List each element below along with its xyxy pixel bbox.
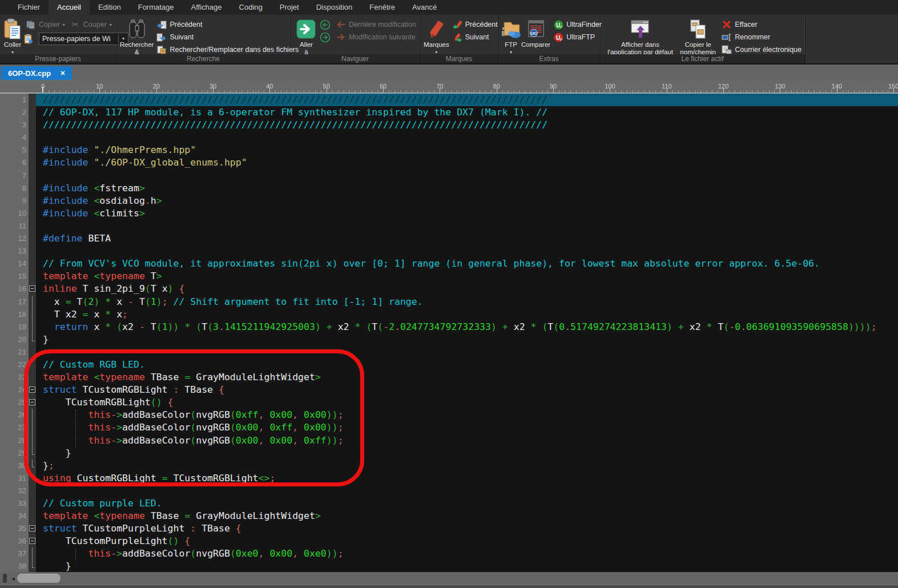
code-line-23[interactable]: 23template <typename TBase = GrayModuleL… (0, 371, 898, 384)
clear-button[interactable]: Effacer (719, 18, 804, 31)
code-line-37[interactable]: 37 this->addBaseColor(nvgRGB(0xe0, 0x00,… (0, 547, 898, 560)
fold-margin (29, 144, 36, 156)
file-tab[interactable]: 6OP-DX.cpp ✕ (1, 66, 72, 80)
nav-back-button[interactable] (320, 18, 331, 31)
code-line-20[interactable]: 20} (0, 333, 898, 346)
line-number: 23 (0, 371, 29, 384)
status-bar-edge (0, 585, 898, 588)
fold-marker[interactable] (29, 384, 36, 396)
bookmark-next-label: Suivant (465, 33, 489, 41)
code-line-6[interactable]: 6#include "./6OP-DX_global_enums.hpp" (0, 156, 898, 169)
ruler-tick (383, 88, 384, 92)
ultrafinder-button[interactable]: UF UltraFinder (550, 18, 604, 31)
code-line-29[interactable]: 29 } (0, 447, 898, 460)
scroll-thumb[interactable] (17, 574, 61, 583)
paste-button[interactable]: Coller ▾ (3, 17, 22, 55)
red-arrow-left-icon (335, 21, 347, 29)
code-line-27[interactable]: 27 this->addBaseColor(nvgRGB(0x00, 0xff,… (0, 421, 898, 434)
code-line-24[interactable]: 24struct TCustomRGBLight : TBase { (0, 384, 898, 396)
bookmark-prev-button[interactable]: Précédent (449, 18, 500, 31)
menu-item-Accueil[interactable]: Accueil (49, 0, 90, 15)
code-line-26[interactable]: 26 this->addBaseColor(nvgRGB(0xff, 0x00,… (0, 409, 898, 421)
scroll-left-icon[interactable]: ◂ (9, 573, 17, 583)
code-line-5[interactable]: 5#include "./OhmerPrems.hpp" (0, 144, 898, 156)
fold-marker[interactable] (29, 522, 36, 535)
clipboard-history-combo[interactable]: Presse-papiers de Wi ▾ (39, 33, 128, 45)
menu-item-Affichage[interactable]: Affichage (183, 0, 231, 15)
code-line-8[interactable]: 8#include <fstream> (0, 182, 898, 195)
menu-item-Avancé[interactable]: Avancé (404, 0, 445, 15)
code-line-4[interactable]: 4 (0, 131, 898, 144)
code-line-28[interactable]: 28 this->addBaseColor(nvgRGB(0x00, 0x00,… (0, 434, 898, 447)
menu-item-Fichier[interactable]: Fichier (9, 0, 49, 15)
cut-button[interactable]: ✂ Couper ▾ (67, 18, 114, 31)
ruler-tick (610, 88, 610, 92)
goto-button[interactable]: Allerà (294, 17, 319, 55)
bookmark-next-button[interactable]: Suivant (449, 31, 500, 43)
code-line-1[interactable]: 1///////////////////////////////////////… (0, 94, 898, 106)
line-number: 20 (0, 333, 29, 346)
nav-forward-button[interactable] (320, 31, 331, 43)
fold-marker[interactable] (29, 283, 36, 295)
ruler-tick (327, 88, 327, 92)
bookmarks-button[interactable]: Marques ▾ (424, 17, 449, 55)
code-line-19[interactable]: 19 return x * (x2 - T(1)) * (T(3.1415211… (0, 321, 898, 333)
tab-close-icon[interactable]: ✕ (60, 70, 65, 77)
code-line-25[interactable]: 25 TCustomRGBLight() { (0, 396, 898, 409)
code-text: T x2 = x * x; (36, 308, 898, 321)
bookmark-icon (428, 18, 445, 41)
show-in-default-app-button[interactable]: Afficher dansl'application par défaut (603, 17, 677, 55)
code-line-21[interactable]: 21 (0, 346, 898, 359)
splitter-grip[interactable] (3, 574, 7, 583)
code-line-34[interactable]: 34template <typename TBase = GrayModuleL… (0, 510, 898, 522)
code-line-7[interactable]: 7 (0, 170, 898, 182)
menu-item-Disposition[interactable]: Disposition (308, 0, 361, 15)
search-next-button[interactable]: Suivant (154, 31, 301, 43)
code-line-35[interactable]: 35struct TCustomPurpleLight : TBase { (0, 522, 898, 535)
code-line-2[interactable]: 2// 6OP-DX, 117 HP module, is a 6-operat… (0, 106, 898, 119)
menu-item-Edition[interactable]: Edition (90, 0, 130, 15)
last-modification-button[interactable]: Dernière modification (333, 18, 418, 31)
fold-margin (29, 270, 36, 283)
ultraftp-button[interactable]: UF UltraFTP (550, 31, 604, 43)
code-line-9[interactable]: 9#include <osdialog.h> (0, 195, 898, 207)
code-line-31[interactable]: 31using CustomRGBLight = TCustomRGBLight… (0, 472, 898, 485)
menu-item-Fenêtre[interactable]: Fenêtre (361, 0, 404, 15)
compare-button[interactable]: UC Comparer (521, 17, 550, 49)
menu-item-Formatage[interactable]: Formatage (130, 0, 183, 15)
code-line-10[interactable]: 10#include <climits> (0, 207, 898, 220)
code-line-30[interactable]: 30}; (0, 460, 898, 472)
rename-button[interactable]: Renommer (719, 31, 804, 43)
code-line-22[interactable]: 22// Custom RGB LED. (0, 359, 898, 371)
clear-label: Effacer (735, 21, 757, 29)
code-line-15[interactable]: 15template <typename T> (0, 270, 898, 283)
h-scrollbar[interactable]: ◂ (0, 572, 898, 585)
code-line-16[interactable]: 16inline T sin_2pi_9(T x) { (0, 283, 898, 295)
menu-item-Coding[interactable]: Coding (231, 0, 271, 15)
code-editor[interactable]: 1///////////////////////////////////////… (0, 94, 898, 572)
copy-name-path-button[interactable]: Copier lenom/chemin (677, 17, 719, 55)
fold-marker[interactable] (29, 535, 36, 547)
code-line-33[interactable]: 33// Custom purple LED. (0, 497, 898, 510)
code-line-12[interactable]: 12#define BETA (0, 232, 898, 245)
next-modification-button[interactable]: Modification suivante (333, 31, 418, 43)
code-line-38[interactable]: 38 } (0, 560, 898, 572)
line-number: 6 (0, 156, 29, 169)
rename-icon (721, 34, 732, 41)
code-text (36, 170, 898, 182)
ftp-button[interactable]: FTP ▾ (501, 17, 521, 55)
code-line-36[interactable]: 36 TCustomPurpleLight() { (0, 535, 898, 547)
code-line-13[interactable]: 13 (0, 245, 898, 257)
code-line-14[interactable]: 14// From VCV's VCO module, it approxima… (0, 257, 898, 270)
copy-button[interactable]: Copier ▾ (23, 18, 67, 31)
menu-item-Projet[interactable]: Projet (271, 0, 308, 15)
code-line-18[interactable]: 18 T x2 = x * x; (0, 308, 898, 321)
code-line-17[interactable]: 17 x = T(2) * x - T(1); // Shift argumen… (0, 296, 898, 308)
code-line-3[interactable]: 3///////////////////////////////////////… (0, 119, 898, 131)
code-text (36, 346, 898, 359)
search-prev-button[interactable]: Précédent (154, 18, 301, 31)
code-line-32[interactable]: 32 (0, 485, 898, 497)
fold-marker[interactable] (29, 396, 36, 409)
code-line-11[interactable]: 11 (0, 220, 898, 232)
line-number: 3 (0, 119, 29, 131)
